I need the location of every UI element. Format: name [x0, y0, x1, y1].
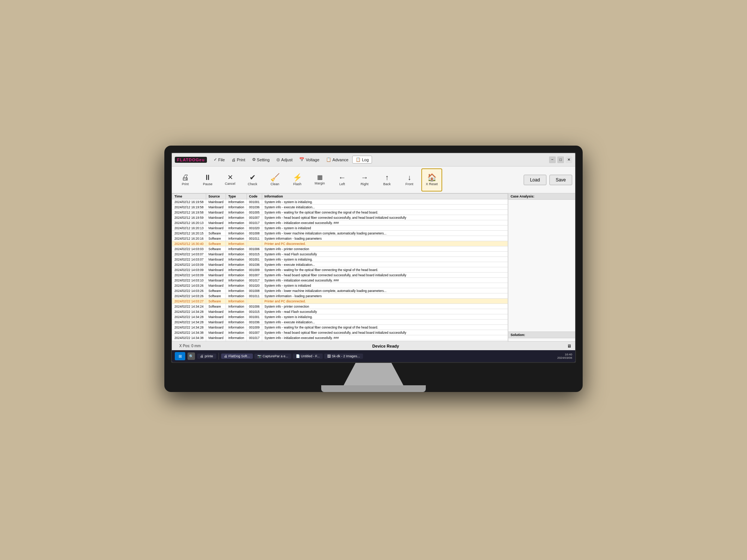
- back-arrow-icon: ↑: [385, 174, 389, 181]
- log-table-container[interactable]: Time Source Type Code Information 2024/0…: [172, 193, 575, 341]
- cell-time: 2024/02/12 16:20:16: [172, 236, 206, 241]
- cancel-button[interactable]: ✕ Cancel: [220, 168, 241, 192]
- title-bar-controls: − □ ✕: [549, 156, 572, 163]
- cell-info: System info - read Flash successfully: [262, 309, 508, 314]
- cell-type: Information: [226, 241, 247, 246]
- check-button[interactable]: ✔ Check: [242, 168, 263, 192]
- cell-code: 001011: [247, 236, 262, 241]
- maximize-button[interactable]: □: [557, 156, 564, 163]
- menu-adjust[interactable]: ◎ Adjust: [273, 156, 296, 163]
- flash-button[interactable]: ⚡ Flash: [287, 168, 308, 192]
- taskbar-capture[interactable]: 📷 CapturePar a e...: [254, 354, 291, 359]
- cell-type: Information: [226, 220, 247, 225]
- solution-content: [508, 338, 575, 341]
- print-button[interactable]: 🖨 Print: [175, 168, 196, 192]
- cell-time: 2024/02/12 16:20:15: [172, 231, 206, 236]
- cell-info: System info - head board optical fiber c…: [262, 273, 508, 278]
- cell-time: 2024/02/22 14:34:24: [172, 304, 206, 309]
- log-table: Time Source Type Code Information 2024/0…: [172, 193, 508, 341]
- cell-type: Information: [226, 293, 247, 299]
- cell-code: 001001: [247, 257, 262, 262]
- cell-code: 001017: [247, 278, 262, 283]
- xreset-button[interactable]: 🏠 X Reset: [421, 168, 442, 192]
- table-row: 2024/02/22 14:03:07MainboardInformation0…: [172, 257, 508, 262]
- cell-source: Mainboard: [206, 330, 226, 335]
- menu-print[interactable]: 🖨 Print: [229, 156, 248, 163]
- cell-type: Information: [226, 288, 247, 293]
- minimize-button[interactable]: −: [549, 156, 556, 163]
- pause-button[interactable]: ⏸ Pause: [197, 168, 218, 192]
- app-logo: FLATDOGeu: [175, 157, 207, 163]
- margin-button[interactable]: ▦ Margin: [309, 168, 330, 192]
- cell-source: Mainboard: [206, 314, 226, 320]
- cell-info: System info - read Flash successfully: [262, 252, 508, 257]
- cell-type: Information: [226, 299, 247, 304]
- table-row: 2024/02/12 16:20:13MainboardInformation0…: [172, 220, 508, 225]
- status-bar: X Pos: 0 mm Device Ready 🖥: [172, 341, 575, 350]
- cell-code: 001015: [247, 309, 262, 314]
- cell-code: 001006: [247, 246, 262, 252]
- back-button[interactable]: ↑ Back: [376, 168, 397, 192]
- table-row: 2024/02/22 14:03:26MainboardInformation0…: [172, 283, 508, 288]
- cell-time: 2024/02/22 14:34:38: [172, 330, 206, 335]
- cell-type: Information: [226, 283, 247, 288]
- cell-source: Software: [206, 231, 226, 236]
- right-button[interactable]: → Right: [354, 168, 375, 192]
- cell-code: 001011: [247, 293, 262, 299]
- save-button[interactable]: Save: [549, 175, 572, 185]
- cell-info: System info - initialization executed su…: [262, 335, 508, 340]
- cell-source: Software: [206, 293, 226, 299]
- cell-type: Information: [226, 278, 247, 283]
- close-button[interactable]: ✕: [565, 156, 572, 163]
- toolbar-right: Load Save: [524, 175, 572, 185]
- search-button[interactable]: 🔍: [187, 352, 195, 360]
- start-button[interactable]: ⊞: [175, 352, 185, 360]
- cell-info: System info - waiting for the optical fi…: [262, 210, 508, 215]
- front-button[interactable]: ↓ Front: [399, 168, 420, 192]
- log-area: Time Source Type Code Information 2024/0…: [172, 193, 575, 350]
- print-icon: 🖨: [182, 174, 189, 181]
- cell-info: System info - lower machine initializati…: [262, 288, 508, 293]
- table-row: 2024/02/22 14:03:27SoftwareInformationPr…: [172, 299, 508, 304]
- menu-log[interactable]: 📋 Log: [352, 156, 372, 164]
- cell-code: 001020: [247, 283, 262, 288]
- left-button[interactable]: ← Left: [332, 168, 353, 192]
- cell-source: Mainboard: [206, 309, 226, 314]
- case-analysis-header: Case Analysis:: [508, 193, 575, 200]
- cell-time: 2024/02/22 14:03:26: [172, 283, 206, 288]
- taskbar-images[interactable]: 🖼 Sk-dk - 2 Images...: [324, 354, 363, 359]
- menu-advance[interactable]: 📋 Advance: [323, 156, 351, 163]
- home-icon: 🏠: [427, 174, 437, 181]
- cell-type: Information: [226, 314, 247, 320]
- cell-info: Printer and PC disconnected.: [262, 241, 508, 246]
- table-row: 2024/02/22 14:03:03SoftwareInformation00…: [172, 246, 508, 252]
- table-row: 2024/02/22 14:34:38MainboardInformation0…: [172, 330, 508, 335]
- cell-code: 001036: [247, 205, 262, 210]
- cell-type: Information: [226, 304, 247, 309]
- menu-file[interactable]: ✓ File: [211, 156, 228, 163]
- menu-setting[interactable]: ⚙ Setting: [249, 156, 273, 163]
- cell-source: Mainboard: [206, 267, 226, 273]
- cell-time: 2024/02/22 14:03:09: [172, 267, 206, 273]
- cell-time: 2024/02/12 16:30:40: [172, 241, 206, 246]
- taskbar-printe[interactable]: 🖨 printe: [197, 354, 216, 359]
- cell-type: Information: [226, 252, 247, 257]
- cell-info: System info - initialization executed su…: [262, 220, 508, 225]
- taskbar-untitled[interactable]: 📄 Untitled - F...: [293, 354, 323, 359]
- cell-info: System info - system is initialized: [262, 225, 508, 231]
- cell-info: System info - head board optical fiber c…: [262, 215, 508, 220]
- solution-header: Solution:: [508, 332, 575, 338]
- load-button[interactable]: Load: [524, 175, 546, 185]
- cell-info: System info - execute initialization...: [262, 205, 508, 210]
- menu-voltage[interactable]: 📅 Voltage: [296, 156, 322, 163]
- taskbar-flatdog[interactable]: 🖨 FlatDog Soft...: [221, 354, 253, 359]
- clean-button[interactable]: 🧹 Clean: [264, 168, 285, 192]
- cell-source: Mainboard: [206, 320, 226, 325]
- table-row: 2024/02/12 16:20:13MainboardInformation0…: [172, 225, 508, 231]
- cell-code: 001017: [247, 220, 262, 225]
- cell-info: System info - printer connection: [262, 304, 508, 309]
- cell-info: System information - loading parameters: [262, 293, 508, 299]
- cell-time: 2024/02/22 14:03:27: [172, 299, 206, 304]
- xpos-display: X Pos: 0 mm: [176, 343, 204, 349]
- table-row: 2024/02/22 14:03:26SoftwareInformation00…: [172, 288, 508, 293]
